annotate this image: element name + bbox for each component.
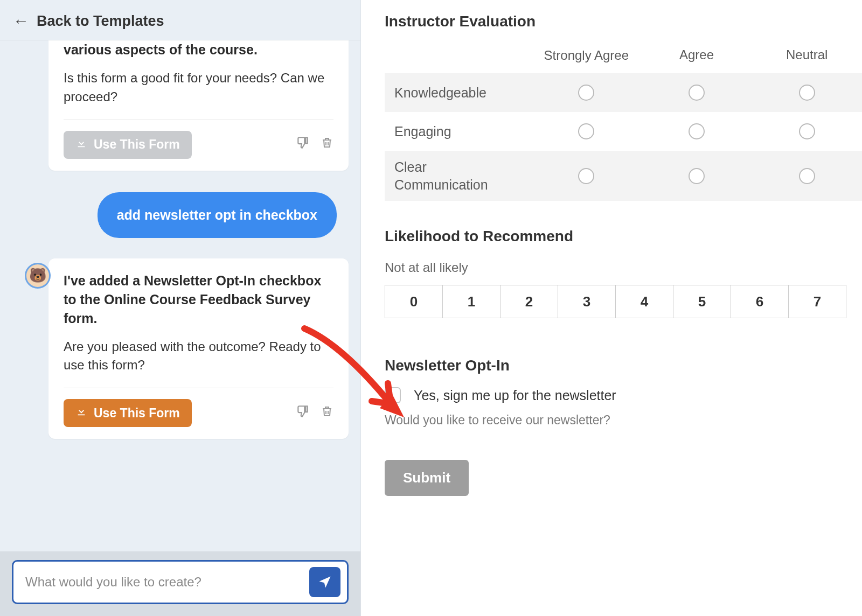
use-form-label: Use This Form xyxy=(94,406,180,421)
radio-input[interactable] xyxy=(689,168,705,184)
nps-low-label: Not at all likely xyxy=(385,260,862,275)
matrix-row-label: Knowledgeable xyxy=(385,76,531,109)
form-preview-panel: Instructor Evaluation Strongly Agree Agr… xyxy=(361,0,862,616)
assistant-body-text: Are you pleased with the outcome? Ready … xyxy=(64,338,333,375)
nps-option[interactable]: 6 xyxy=(731,285,789,318)
newsletter-checkbox-label: Yes, sign me up for the newsletter xyxy=(414,388,616,403)
divider xyxy=(64,120,333,120)
nps-option[interactable]: 7 xyxy=(788,285,846,318)
matrix-col-header: Strongly Agree xyxy=(531,43,642,73)
matrix-row-label: Clear Communication xyxy=(385,151,531,201)
divider xyxy=(64,388,333,388)
radio-input[interactable] xyxy=(799,85,815,101)
newsletter-helper-text: Would you like to receive our newsletter… xyxy=(385,413,862,428)
chat-header: ← Back to Templates xyxy=(0,0,360,40)
matrix-col-header: Agree xyxy=(642,43,752,73)
assistant-bold-text: I've added a Newsletter Opt-In checkbox … xyxy=(64,271,333,328)
trash-icon[interactable] xyxy=(321,136,333,153)
radio-input[interactable] xyxy=(689,85,705,101)
radio-input[interactable] xyxy=(689,123,705,139)
back-arrow-icon[interactable]: ← xyxy=(13,12,29,30)
matrix-col-header: Neutral xyxy=(752,43,862,73)
use-this-form-button: Use This Form xyxy=(64,131,192,159)
send-icon xyxy=(317,575,332,590)
section-title-instructor: Instructor Evaluation xyxy=(385,13,862,30)
download-icon xyxy=(75,405,87,421)
nps-option[interactable]: 1 xyxy=(442,285,500,318)
nps-option[interactable]: 3 xyxy=(558,285,616,318)
chat-input[interactable] xyxy=(25,575,309,590)
chat-input-box[interactable] xyxy=(12,560,349,604)
thumbs-down-icon[interactable] xyxy=(296,404,310,422)
matrix-row: Knowledgeable xyxy=(385,73,862,112)
back-to-templates-link[interactable]: Back to Templates xyxy=(37,13,164,30)
trash-icon[interactable] xyxy=(321,404,333,422)
chat-scroll: various aspects of the course. Is this f… xyxy=(0,40,360,551)
nps-option[interactable]: 5 xyxy=(673,285,731,318)
newsletter-checkbox[interactable] xyxy=(385,387,401,403)
nps-scale: 0 1 2 3 4 5 6 7 xyxy=(385,285,862,318)
use-this-form-button[interactable]: Use This Form xyxy=(64,399,192,427)
assistant-bold-text: various aspects of the course. xyxy=(64,40,333,59)
assistant-body-text: Is this form a good fit for your needs? … xyxy=(64,69,333,107)
section-title-newsletter: Newsletter Opt-In xyxy=(385,357,862,374)
matrix-row: Clear Communication xyxy=(385,151,862,201)
radio-input[interactable] xyxy=(799,168,815,184)
radio-input[interactable] xyxy=(578,123,594,139)
download-icon xyxy=(75,137,87,152)
matrix-instructor: Strongly Agree Agree Neutral Knowledgeab… xyxy=(385,43,862,201)
assistant-message: I've added a Newsletter Opt-In checkbox … xyxy=(48,258,349,439)
nps-option[interactable]: 4 xyxy=(615,285,673,318)
user-message: add newsletter opt in checkbox xyxy=(98,192,337,238)
chat-panel: ← Back to Templates various aspects of t… xyxy=(0,0,361,616)
newsletter-section: Newsletter Opt-In Yes, sign me up for th… xyxy=(385,357,862,428)
nps-option[interactable]: 2 xyxy=(500,285,558,318)
nps-option[interactable]: 0 xyxy=(385,285,443,318)
matrix-row: Engaging xyxy=(385,112,862,151)
radio-input[interactable] xyxy=(799,123,815,139)
submit-button[interactable]: Submit xyxy=(385,460,469,496)
matrix-row-label: Engaging xyxy=(385,115,531,148)
assistant-avatar: 🐻 xyxy=(25,263,51,289)
use-form-label: Use This Form xyxy=(94,137,180,152)
chat-input-bar xyxy=(0,551,360,616)
radio-input[interactable] xyxy=(578,85,594,101)
section-title-recommend: Likelihood to Recommend xyxy=(385,228,862,245)
radio-input[interactable] xyxy=(578,168,594,184)
send-button[interactable] xyxy=(309,567,340,597)
assistant-message: various aspects of the course. Is this f… xyxy=(48,40,349,171)
thumbs-down-icon[interactable] xyxy=(296,136,310,153)
